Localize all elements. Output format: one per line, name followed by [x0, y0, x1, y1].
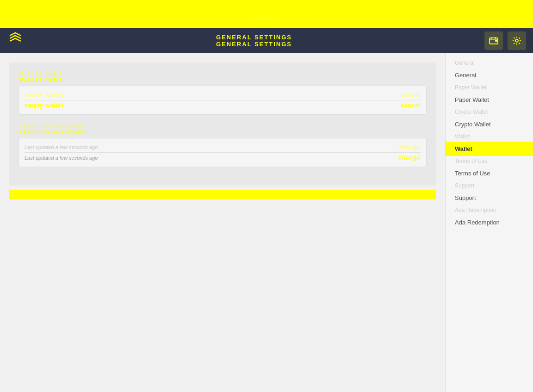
top-banner: · · · · · · · · · · · · · · · · · · · · … — [0, 0, 533, 28]
spending-password-timestamp-shadow: Last updated a few seconds ago — [25, 144, 98, 150]
sidebar-shadow-support: Support — [446, 180, 533, 191]
settings-panel: WALLET NAME WALLET NAME empty-wallet can… — [9, 62, 436, 186]
navbar: GENERAL SETTINGS GENERAL SETTINGS — [0, 28, 533, 53]
sidebar-label-support: Support — [455, 194, 524, 201]
sidebar-item-support[interactable]: Support — [446, 191, 533, 205]
wallet-icon-button[interactable] — [484, 31, 503, 50]
spending-password-change-shadow[interactable]: change — [398, 144, 421, 150]
sidebar-label-terms: Terms of Use — [455, 170, 524, 177]
navbar-title: GENERAL SETTINGS GENERAL SETTINGS — [24, 34, 484, 48]
sidebar-label-ada-redemption: Ada Redemption — [455, 219, 524, 226]
wallet-name-value: empty-wallet — [25, 102, 64, 109]
sidebar-shadow-ada-redemption: Ada Redemption — [446, 205, 533, 215]
sidebar-shadow-wallet: Wallet — [446, 131, 533, 142]
sidebar-shadow-paper-wallet: Paper Wallet — [446, 82, 533, 93]
logo-icon — [7, 31, 24, 50]
spending-password-shadow-label: SPENDING PASSWORD — [19, 124, 427, 129]
content-area: WALLET NAME WALLET NAME empty-wallet can… — [0, 53, 445, 392]
sidebar-shadow-crypto-wallet: Crypto Wallet — [446, 107, 533, 117]
svg-line-12 — [519, 37, 520, 38]
navbar-title-line1: GENERAL SETTINGS — [24, 34, 484, 41]
sidebar-item-crypto-wallet[interactable]: Crypto Wallet — [446, 117, 533, 131]
bottom-bar — [9, 190, 436, 199]
navbar-actions — [484, 31, 526, 50]
wallet-name-row-shadow: empty-wallet cancel — [25, 90, 421, 100]
svg-line-10 — [514, 37, 514, 38]
wallet-name-section: WALLET NAME WALLET NAME empty-wallet can… — [19, 72, 427, 115]
spending-password-change-button[interactable]: change — [398, 155, 421, 161]
wallet-name-label: WALLET NAME — [19, 78, 427, 83]
settings-icon-button[interactable] — [508, 31, 526, 50]
navbar-title-line2: GENERAL SETTINGS — [24, 41, 484, 48]
sidebar-shadow-terms: Terms of Use — [446, 156, 533, 166]
spending-password-section: SPENDING PASSWORD SPENDING PASSWORD Last… — [19, 124, 427, 167]
spending-password-timestamp: Last updated a few seconds ago — [25, 155, 98, 161]
wallet-name-value-shadow: empty-wallet — [25, 92, 64, 98]
sidebar-item-wallet[interactable]: Wallet — [446, 142, 533, 156]
spending-password-label: SPENDING PASSWORD — [19, 130, 427, 135]
sidebar-label-wallet: Wallet — [455, 145, 524, 152]
main-layout: WALLET NAME WALLET NAME empty-wallet can… — [0, 53, 533, 392]
sidebar-item-ada-redemption[interactable]: Ada Redemption — [446, 215, 533, 230]
logo — [7, 31, 24, 50]
spending-password-box: Last updated a few seconds ago change La… — [19, 138, 427, 167]
wallet-name-row: empty-wallet cancel — [25, 100, 421, 111]
sidebar: General General Paper Wallet Paper Walle… — [445, 53, 533, 392]
sidebar-item-paper-wallet[interactable]: Paper Wallet — [446, 93, 533, 107]
svg-point-5 — [515, 39, 518, 42]
spending-password-row: Last updated a few seconds ago change — [25, 153, 421, 163]
banner-line1: · · · · · · · · · · · · · · · · · · · · … — [223, 8, 311, 14]
sidebar-item-terms-of-use[interactable]: Terms of Use — [446, 166, 533, 180]
wallet-name-shadow-label: WALLET NAME — [19, 72, 427, 77]
spending-password-row-shadow: Last updated a few seconds ago change — [25, 142, 421, 153]
banner-line2: · · · · · · · — [254, 14, 279, 19]
svg-line-13 — [514, 43, 514, 44]
wallet-name-box: empty-wallet cancel empty-wallet cancel — [19, 86, 427, 115]
sidebar-label-crypto-wallet: Crypto Wallet — [455, 121, 524, 128]
sidebar-shadow-general: General — [446, 58, 533, 68]
sidebar-label-general: General — [455, 72, 524, 79]
sidebar-label-paper-wallet: Paper Wallet — [455, 96, 524, 103]
wallet-name-cancel-shadow[interactable]: cancel — [401, 92, 421, 98]
wallet-name-cancel-button[interactable]: cancel — [401, 102, 421, 109]
sidebar-item-general[interactable]: General — [446, 68, 533, 82]
svg-line-11 — [519, 43, 520, 44]
